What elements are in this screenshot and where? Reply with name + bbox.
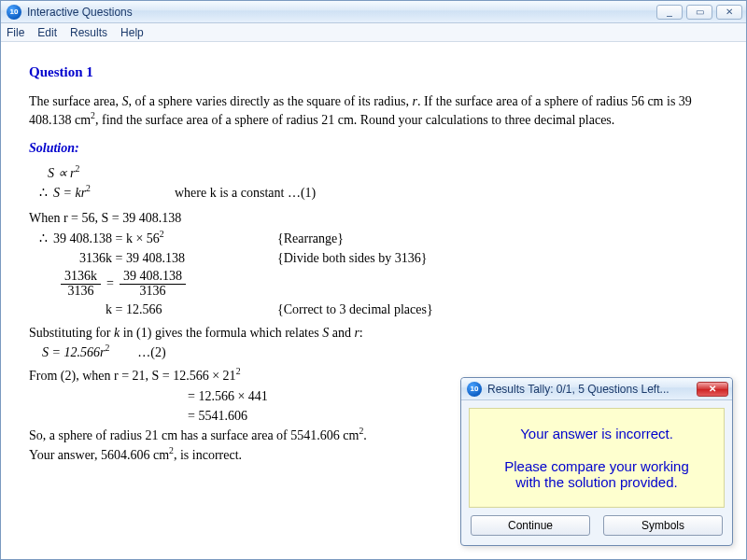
math: S ∝ r (48, 166, 75, 180)
solution-label: Solution: (29, 139, 718, 158)
maximize-button[interactable]: ▭ (686, 5, 712, 20)
math: k = 12.566 (106, 301, 259, 319)
sup: 2 (86, 183, 91, 193)
dialog-close-button[interactable]: ✕ (697, 382, 728, 397)
text: Your answer, 5604.606 cm (29, 448, 169, 462)
close-button[interactable]: ✕ (716, 5, 742, 20)
math: 39 408.138 = k × 56 (53, 231, 160, 245)
menu-file[interactable]: File (7, 26, 24, 39)
titlebar: 10 Interactive Questions ⎯ ▭ ✕ (1, 1, 746, 23)
fraction-left: 3136k 3136 (61, 270, 101, 298)
sup: 2 (236, 367, 241, 377)
dialog-titlebar: 10 Results Tally: 0/1, 5 Questions Left.… (461, 378, 732, 400)
math: S = kr (53, 186, 86, 200)
therefore-symbol: ∴ (29, 184, 48, 203)
math: S = 12.566r (42, 345, 105, 359)
feedback-line2a: Please compare your working (477, 458, 716, 474)
window-title: Interactive Questions (27, 6, 133, 19)
prompt-text: , find the surface area of a sphere of r… (95, 113, 614, 127)
menu-results[interactable]: Results (70, 26, 107, 39)
question-title: Question 1 (29, 63, 718, 83)
text: in (1) gives the formula which relates (120, 326, 322, 340)
dialog-body: Your answer is incorrect. Please compare… (469, 408, 725, 508)
math: = 12.566 × 441 (188, 387, 268, 406)
fraction-right: 39 408.138 3136 (120, 270, 186, 298)
sup: 2 (105, 343, 109, 353)
results-tally-dialog: 10 Results Tally: 0/1, 5 Questions Left.… (460, 377, 733, 546)
main-window: 10 Interactive Questions ⎯ ▭ ✕ File Edit… (0, 0, 747, 560)
annotation: {Divide both sides by 3136} (259, 249, 427, 268)
prompt-text: , of a sphere varies directly as the squ… (128, 94, 412, 108)
text: From (2), when r = 21, S = 12.566 × 21 (29, 369, 236, 383)
math: 3136k = 39 408.138 (79, 249, 259, 268)
dialog-icon: 10 (467, 382, 482, 397)
denominator: 3136 (64, 285, 98, 299)
annotation: {Rearrange} (259, 230, 344, 248)
substitution-text: Substituting for k in (1) gives the form… (29, 324, 718, 343)
annotation: {Correct to 3 decimal places} (259, 301, 433, 319)
sup: 2 (160, 229, 164, 239)
feedback-line1: Your answer is incorrect. (477, 426, 716, 441)
numerator: 39 408.138 (120, 270, 186, 285)
dialog-buttons: Continue Symbols (461, 515, 732, 545)
text: and (329, 326, 354, 340)
annotation: …(2) (137, 343, 165, 362)
sup: 2 (75, 163, 79, 174)
window-controls: ⎯ ▭ ✕ (656, 5, 742, 20)
prompt-text: The surface area, (29, 94, 121, 108)
text: , is incorrect. (174, 448, 242, 462)
annotation: where k is a constant …(1) (156, 184, 316, 203)
minimize-button[interactable]: ⎯ (656, 5, 683, 20)
app-icon: 10 (7, 5, 21, 20)
menubar: File Edit Results Help (1, 23, 746, 42)
dialog-title: Results Tally: 0/1, 5 Questions Left... (487, 383, 669, 396)
continue-button[interactable]: Continue (471, 515, 590, 536)
numerator: 3136k (61, 270, 101, 285)
feedback-line2b: with the solution provided. (477, 474, 716, 490)
text: : (359, 326, 363, 340)
text: Substituting for (29, 326, 114, 340)
menu-help[interactable]: Help (120, 26, 144, 39)
equals: = (101, 274, 120, 293)
text: So, a sphere of radius 21 cm has a surfa… (29, 428, 359, 442)
denominator: 3136 (135, 285, 169, 299)
menu-edit[interactable]: Edit (37, 26, 57, 39)
text: . (363, 428, 367, 442)
math: = 5541.606 (188, 407, 247, 426)
therefore-symbol: ∴ (29, 230, 48, 248)
symbols-button[interactable]: Symbols (603, 515, 723, 536)
when-text: When r = 56, S = 39 408.138 (29, 209, 718, 228)
question-prompt: The surface area, S, of a sphere varies … (29, 92, 718, 131)
